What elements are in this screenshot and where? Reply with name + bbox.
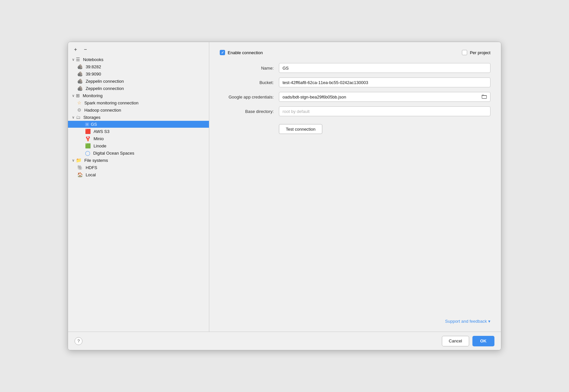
test-connection-button[interactable]: Test connection <box>279 124 322 134</box>
form-grid: Name: Bucket: Google app credentials: <box>220 63 490 134</box>
tree-item-39-9090[interactable]: 🪨 39:9090 <box>68 70 209 77</box>
support-feedback-link[interactable]: Support and feedback ▾ <box>445 319 490 324</box>
dialog-footer: ? Cancel OK <box>68 332 501 350</box>
hadoop-icon: ⚙ <box>77 107 81 113</box>
monitoring-icon: ⊞ <box>76 93 80 98</box>
support-label: Support and feedback <box>445 319 487 324</box>
chevron-filesystems-icon: ∨ <box>72 158 75 163</box>
cancel-button[interactable]: Cancel <box>442 336 469 346</box>
hdfs-label: HDFS <box>86 165 97 170</box>
zeppelin-1-label: Zeppelin connection <box>86 79 124 84</box>
tree-item-hadoop[interactable]: ⚙ Hadoop connection <box>68 106 209 114</box>
linode-label: Linode <box>94 143 106 148</box>
left-panel: + − ∨ ☰ Notebooks 🪨 39:8282 🪨 39:9090 <box>68 42 209 332</box>
right-footer: Support and feedback ▾ <box>220 314 490 324</box>
hadoop-label: Hadoop connection <box>84 108 121 113</box>
tree-item-spark[interactable]: ☆ Spark monitoring connection <box>68 99 209 106</box>
base-dir-input[interactable] <box>279 106 490 116</box>
browse-button[interactable] <box>481 94 488 100</box>
aws-icon: 🟥 <box>85 129 91 134</box>
per-project-checkbox[interactable] <box>462 50 467 55</box>
tree-item-notebooks[interactable]: ∨ ☰ Notebooks <box>68 56 209 63</box>
chevron-monitoring-icon: ∨ <box>72 94 75 98</box>
minio-label: Minio <box>94 136 104 141</box>
svg-rect-0 <box>482 96 487 98</box>
check-icon: ✓ <box>221 51 224 55</box>
storages-icon: 🗂 <box>76 115 80 120</box>
bucket-row: Bucket: <box>220 77 490 87</box>
support-chevron-icon: ▾ <box>488 319 490 324</box>
tree-item-minio[interactable]: 🦞 Minio <box>68 135 209 142</box>
credentials-input[interactable] <box>283 95 481 99</box>
base-dir-row: Base directory: <box>220 106 490 116</box>
chevron-storages-icon: ∨ <box>72 115 75 120</box>
footer-actions: Cancel OK <box>442 336 494 346</box>
tree-item-gs[interactable]: = GS <box>68 121 209 128</box>
spark-label: Spark monitoring connection <box>84 100 139 105</box>
chevron-notebooks-icon: ∨ <box>72 57 75 62</box>
zeppelin-2-label: Zeppelin connection <box>86 86 124 91</box>
digital-ocean-label: Digital Ocean Spaces <box>93 151 134 156</box>
zeppelin-icon-2: 🪨 <box>77 86 83 91</box>
credentials-row: Google app credentials: <box>220 92 490 102</box>
tree-item-filesystems[interactable]: ∨ 📁 File systems <box>68 157 209 164</box>
tree-item-digital-ocean[interactable]: ◯ Digital Ocean Spaces <box>68 149 209 157</box>
filesystems-icon: 📁 <box>76 158 81 163</box>
toolbar: + − <box>68 45 209 56</box>
filesystems-label: File systems <box>84 158 108 163</box>
dialog: + − ∨ ☰ Notebooks 🪨 39:8282 🪨 39:9090 <box>68 42 501 350</box>
tree-item-aws[interactable]: 🟥 AWS S3 <box>68 128 209 135</box>
right-panel: ✓ Enable connection Per project Name: <box>209 42 501 332</box>
gs-label: GS <box>91 122 97 127</box>
notebooks-icon: ☰ <box>76 57 80 62</box>
notebook-item-1-label: 39:8282 <box>86 64 101 69</box>
linode-icon: 🟩 <box>85 143 91 148</box>
minio-icon: 🦞 <box>85 136 91 141</box>
monitoring-label: Monitoring <box>83 93 103 98</box>
notebook-item-icon-2: 🪨 <box>77 71 83 76</box>
enable-label: Enable connection <box>228 50 263 55</box>
tree-item-monitoring[interactable]: ∨ ⊞ Monitoring <box>68 92 209 99</box>
credentials-input-wrap <box>279 92 490 102</box>
add-button[interactable]: + <box>72 46 79 53</box>
enable-checkbox[interactable]: ✓ <box>220 50 225 55</box>
remove-button[interactable]: − <box>82 46 89 53</box>
notebook-item-icon-1: 🪨 <box>77 64 83 69</box>
credentials-label: Google app credentials: <box>220 95 279 99</box>
bucket-input[interactable] <box>279 77 490 87</box>
tree-item-storages[interactable]: ∨ 🗂 Storages <box>68 114 209 121</box>
bucket-label: Bucket: <box>220 80 279 85</box>
tree-item-hdfs[interactable]: 🐘 HDFS <box>68 164 209 171</box>
tree-item-local[interactable]: 🏠 Local <box>68 171 209 178</box>
tree-item-39-8282[interactable]: 🪨 39:8282 <box>68 63 209 70</box>
per-project-label: Per project <box>470 50 490 55</box>
tree-item-linode[interactable]: 🟩 Linode <box>68 142 209 149</box>
help-button[interactable]: ? <box>75 337 82 345</box>
zeppelin-icon-1: 🪨 <box>77 78 83 84</box>
base-dir-label: Base directory: <box>220 109 279 114</box>
local-label: Local <box>86 172 96 177</box>
local-icon: 🏠 <box>77 172 83 177</box>
hdfs-icon: 🐘 <box>77 165 83 170</box>
notebook-item-2-label: 39:9090 <box>86 72 101 76</box>
storages-label: Storages <box>83 115 101 120</box>
test-btn-row: Test connection <box>220 121 490 134</box>
enable-row: ✓ Enable connection <box>220 50 263 55</box>
spark-icon: ☆ <box>77 100 81 105</box>
name-label: Name: <box>220 66 279 71</box>
digital-ocean-icon: ◯ <box>85 150 90 156</box>
aws-label: AWS S3 <box>94 129 110 134</box>
dialog-body: + − ∨ ☰ Notebooks 🪨 39:8282 🪨 39:9090 <box>68 42 501 332</box>
tree: ∨ ☰ Notebooks 🪨 39:8282 🪨 39:9090 🪨 Zepp… <box>68 56 209 329</box>
per-project-row: Per project <box>462 50 490 55</box>
gs-icon: = <box>85 122 89 126</box>
form-header: ✓ Enable connection Per project <box>220 50 490 55</box>
tree-item-zeppelin-1[interactable]: 🪨 Zeppelin connection <box>68 77 209 85</box>
name-input[interactable] <box>279 63 490 73</box>
name-row: Name: <box>220 63 490 73</box>
notebooks-label: Notebooks <box>83 57 103 62</box>
tree-item-zeppelin-2[interactable]: 🪨 Zeppelin connection <box>68 85 209 92</box>
ok-button[interactable]: OK <box>472 336 495 346</box>
